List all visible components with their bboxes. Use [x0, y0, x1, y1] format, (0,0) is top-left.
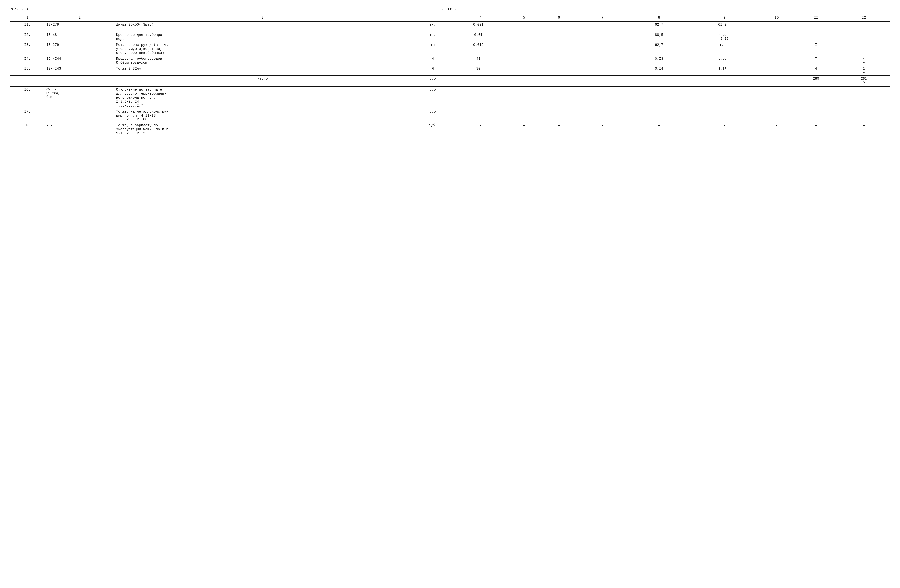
col-header-7: 7: [576, 14, 628, 22]
row-col9: –: [690, 123, 759, 137]
row-col4: 4I –: [454, 56, 506, 66]
row-col5: –: [506, 42, 542, 56]
row-col8: –: [628, 86, 690, 109]
row-code: –"–: [45, 123, 115, 137]
col-header-12: I2: [838, 14, 890, 22]
row-col9: 0,07 –: [690, 66, 759, 76]
row-col5: –: [506, 109, 542, 123]
row-col10: [759, 42, 794, 56]
row-col7: –: [576, 42, 628, 56]
row-code: I3-279: [45, 42, 115, 56]
row-col8: 62,7: [628, 42, 690, 56]
row-code: I3-279: [45, 22, 115, 32]
row-col5: –: [506, 32, 542, 42]
row-unit: М: [411, 66, 455, 76]
row-col11: I: [794, 42, 838, 56]
table-row: I7. –"– То же, на металлоконструкцию по …: [10, 109, 890, 123]
row-col7: –: [576, 56, 628, 66]
row-unit: руб: [411, 86, 455, 109]
row-num: I2.: [10, 32, 45, 42]
row-col5: –: [506, 123, 542, 137]
row-col8: –: [628, 123, 690, 137]
row-desc: То же, на металлоконструкцию по п.п. 4,I…: [115, 109, 411, 123]
row-col9: 30,9 – 2,I5: [690, 32, 759, 42]
row-unit: руб: [411, 109, 455, 123]
row-code: –"–: [45, 109, 115, 123]
row-col4: 0,00I –: [454, 22, 506, 32]
row-col7: –: [576, 66, 628, 76]
row-col10: –: [759, 123, 794, 137]
row-col6: –: [542, 109, 576, 123]
col-header-9: 9: [690, 14, 759, 22]
itogo-unit: руб: [411, 76, 455, 86]
row-col7: –: [576, 32, 628, 42]
row-col11: –: [794, 86, 838, 109]
row-col8: 88,5: [628, 32, 690, 42]
row-col12: ––: [838, 22, 890, 32]
document-header: 704-I-53 - I68 -: [10, 8, 890, 12]
row-col10: –: [759, 86, 794, 109]
col-header-2: 2: [45, 14, 115, 22]
row-num: I4.: [10, 56, 45, 66]
row-col4: –: [454, 109, 506, 123]
row-col9: –: [690, 86, 759, 109]
col-header-unit: [411, 14, 455, 22]
row-col12: –: [838, 109, 890, 123]
row-col5: –: [506, 56, 542, 66]
itogo-col5: –: [506, 76, 542, 86]
row-unit: тн.: [411, 22, 455, 32]
row-num: I6.: [10, 86, 45, 109]
doc-id: 704-I-53: [10, 8, 28, 12]
table-row: I2. I3-48 Крепление для трубопро-водов т…: [10, 32, 890, 42]
row-col5: –: [506, 66, 542, 76]
col-header-3: 3: [115, 14, 411, 22]
row-unit: руб.: [411, 123, 455, 137]
row-col4: 0,0I2 –: [454, 42, 506, 56]
row-desc: То же,на зарплату поэксплуатации машин п…: [115, 123, 411, 137]
col-header-6: 6: [542, 14, 576, 22]
row-col12: 4 –: [838, 56, 890, 66]
row-col12: I –: [838, 42, 890, 56]
main-table: I 2 3 4 5 6 7 8 9 IO II I2 II. I3-279 Дн…: [10, 14, 890, 137]
row-col11: –: [794, 123, 838, 137]
row-col7: –: [576, 109, 628, 123]
col-header-1: I: [10, 14, 45, 22]
row-col10: [759, 56, 794, 66]
itogo-label: итого: [115, 76, 411, 86]
row-desc: Днище 25х50( 3шт.): [115, 22, 411, 32]
row-col4: –: [454, 86, 506, 109]
row-desc: То же Ø 32мм: [115, 66, 411, 76]
row-code: I2-4I43: [45, 66, 115, 76]
row-unit: М: [411, 56, 455, 66]
row-col11: –: [794, 22, 838, 32]
row-code: I2-4I44: [45, 56, 115, 66]
row-desc: Продувка трубопроводовØ 60мм воздухом: [115, 56, 411, 66]
row-col6: –: [542, 32, 576, 42]
table-row: I3. I3-279 Металлоконструкция(в т.ч.угол…: [10, 42, 890, 56]
itogo-col11: 289: [794, 76, 838, 86]
row-col7: –: [576, 123, 628, 137]
row-col5: –: [506, 86, 542, 109]
row-col8: 0,I8: [628, 56, 690, 66]
row-unit: тн.: [411, 32, 455, 42]
row-col6: –: [542, 42, 576, 56]
row-desc: Крепление для трубопро-водов: [115, 32, 411, 42]
row-num: II.: [10, 22, 45, 32]
table-row: I8 –"– То же,на зарплату поэксплуатации …: [10, 123, 890, 137]
itogo-spacer: [10, 76, 45, 86]
row-col9: –: [690, 109, 759, 123]
row-col6: –: [542, 123, 576, 137]
row-col12: –: [838, 123, 890, 137]
row-num: I7.: [10, 109, 45, 123]
row-col12: 2 –: [838, 66, 890, 76]
row-col10: [759, 66, 794, 76]
itogo-col12: I52 5: [838, 76, 890, 86]
itogo-row: итого руб – – – – – – – 289 I52 5: [10, 76, 890, 86]
itogo-col4: –: [454, 76, 506, 86]
row-col5: –: [506, 22, 542, 32]
row-col10: –: [759, 109, 794, 123]
row-col9: 0,09 –: [690, 56, 759, 66]
table-row: I4. I2-4I44 Продувка трубопроводовØ 60мм…: [10, 56, 890, 66]
itogo-col9: –: [690, 76, 759, 86]
row-desc: Отклонение по зарплатедля ....го террито…: [115, 86, 411, 109]
